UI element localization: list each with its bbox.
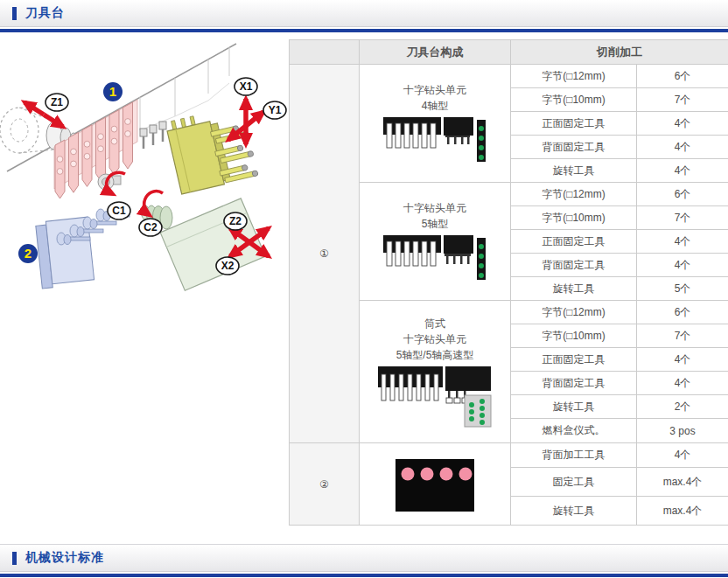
tool-name-cell: 字节(□12mm) bbox=[511, 65, 637, 88]
unit-name-line: 十字钻头单元 bbox=[360, 331, 510, 347]
axis-label-y1: Y1 bbox=[269, 104, 282, 116]
tool-count-cell: 7个 bbox=[637, 206, 728, 230]
tool-count-cell: 4个 bbox=[637, 348, 728, 372]
tool-count-cell: 6个 bbox=[637, 65, 728, 88]
axis-arrow-y1 bbox=[246, 112, 263, 126]
tool-count-cell: 3 pos bbox=[637, 419, 728, 443]
section-bullet-icon bbox=[12, 552, 17, 565]
machine-diagram: 1 2 Z1 X1 Y1 C1 C2 Z2 X2 bbox=[0, 41, 289, 312]
header-composition: 刀具台构成 bbox=[360, 40, 511, 65]
unit-name-line: 十字钻头单元 bbox=[360, 200, 510, 216]
tool-name-cell: 燃料盒仪式。 bbox=[511, 419, 637, 443]
tool-count-cell: 4个 bbox=[637, 443, 728, 468]
tool-count-cell: max.4个 bbox=[637, 497, 728, 526]
diagram-area: 1 2 Z1 X1 Y1 C1 C2 Z2 X2 bbox=[0, 39, 289, 526]
tool-count-cell: 4个 bbox=[637, 254, 728, 277]
section-title-toolpost: 刀具台 bbox=[25, 5, 65, 21]
tool-name-cell: 正面固定工具 bbox=[511, 112, 637, 136]
tool-name-cell: 背面固定工具 bbox=[511, 372, 637, 395]
unit1-marker: 1 bbox=[103, 82, 122, 101]
unit-name-line: 4轴型 bbox=[360, 98, 510, 114]
axis-arrow-z1 bbox=[24, 102, 44, 115]
table-header-row: 刀具台构成 切削加工 bbox=[290, 40, 728, 65]
tool-name-cell: 字节(□12mm) bbox=[511, 301, 637, 324]
tool-count-cell: 2个 bbox=[637, 395, 728, 419]
axis-label-c1: C1 bbox=[112, 205, 126, 217]
unit-name-line: 5轴型 bbox=[360, 216, 510, 232]
gang-tool-unit bbox=[54, 100, 137, 198]
tool-name-cell: 旋转工具 bbox=[511, 159, 637, 183]
tool-count-cell: 7个 bbox=[637, 324, 728, 348]
back-tool-unit bbox=[35, 209, 130, 289]
unit-name-line: 筒式 bbox=[360, 316, 510, 331]
unit-name-line: 十字钻头单元 bbox=[360, 82, 510, 98]
unit-cell-4axis: 十字钻头单元 4轴型 bbox=[360, 65, 511, 183]
design-standards-section-header: 机械设计标准 bbox=[0, 544, 728, 572]
tool-name-cell: 背面固定工具 bbox=[511, 136, 637, 159]
tool-name-cell: 背面固定工具 bbox=[511, 254, 637, 277]
unit2-marker: 2 bbox=[18, 244, 38, 263]
tool-name-cell: 背面加工工具 bbox=[511, 443, 637, 468]
tool-name-cell: 旋转工具 bbox=[511, 277, 637, 301]
header-machining: 切削加工 bbox=[511, 40, 728, 65]
tool-count-cell: 4个 bbox=[637, 159, 728, 183]
axis-label-c2: C2 bbox=[144, 221, 158, 233]
header-accent-line bbox=[0, 29, 728, 32]
tool-count-cell: 6个 bbox=[637, 301, 728, 324]
tool-count-cell: 4个 bbox=[637, 230, 728, 254]
main-content: 1 2 Z1 X1 Y1 C1 C2 Z2 X2 bbox=[0, 39, 728, 526]
unit-barrel-icon bbox=[377, 366, 493, 428]
section-bullet-icon bbox=[12, 7, 17, 20]
tool-name-cell: 字节(□10mm) bbox=[511, 324, 637, 348]
tool-count-cell: max.4个 bbox=[637, 468, 728, 497]
axis-label-z2: Z2 bbox=[229, 215, 242, 227]
header-spacer bbox=[290, 40, 360, 65]
unit-4axis-icon bbox=[382, 116, 487, 165]
toolpost-section-header: 刀具台 bbox=[0, 0, 728, 27]
unit-cell-barrel: 筒式 十字钻头单元 5轴型/5轴高速型 bbox=[360, 301, 511, 443]
tool-count-cell: 6个 bbox=[637, 183, 728, 206]
tool-count-cell: 7个 bbox=[637, 88, 728, 112]
tool-name-cell: 正面固定工具 bbox=[511, 230, 637, 254]
unit-back-icon bbox=[395, 458, 475, 512]
unit-cell-5axis: 十字钻头单元 5轴型 bbox=[360, 183, 511, 301]
tool-name-cell: 旋转工具 bbox=[511, 395, 637, 419]
footer-accent-line bbox=[0, 574, 728, 577]
tool-name-cell: 旋转工具 bbox=[511, 497, 637, 526]
axis-label-x2: X2 bbox=[221, 260, 234, 272]
group1-marker-cell: ① bbox=[290, 65, 360, 443]
toolpost-spec-table: 刀具台构成 切削加工 ① 十字钻头单元 4轴型 bbox=[289, 39, 728, 526]
tool-name-cell: 字节(□12mm) bbox=[511, 183, 637, 206]
unit-cell-back bbox=[360, 443, 511, 526]
tool-name-cell: 固定工具 bbox=[511, 468, 637, 497]
group2-marker-cell: ② bbox=[290, 443, 360, 526]
tool-count-cell: 4个 bbox=[637, 112, 728, 136]
unit1-marker-text: 1 bbox=[109, 84, 116, 99]
axis-label-x1: X1 bbox=[240, 80, 253, 93]
unit2-marker-text: 2 bbox=[24, 246, 32, 261]
unit-5axis-icon bbox=[382, 234, 487, 283]
unit-name-line: 5轴型/5轴高速型 bbox=[360, 347, 510, 363]
spec-row: ① 十字钻头单元 4轴型 bbox=[290, 65, 728, 88]
axis-label-z1: Z1 bbox=[51, 96, 63, 108]
tool-name-cell: 正面固定工具 bbox=[511, 348, 637, 372]
tool-count-cell: 4个 bbox=[637, 372, 728, 395]
tool-name-cell: 字节(□10mm) bbox=[511, 88, 637, 112]
tool-count-cell: 5个 bbox=[637, 277, 728, 301]
tool-count-cell: 4个 bbox=[637, 136, 728, 159]
section-title-design-standards: 机械设计标准 bbox=[25, 550, 104, 566]
small-drill-tools bbox=[140, 122, 166, 149]
tool-name-cell: 字节(□10mm) bbox=[511, 206, 637, 230]
spec-row: ② 背面加工工具 4个 bbox=[290, 443, 728, 468]
